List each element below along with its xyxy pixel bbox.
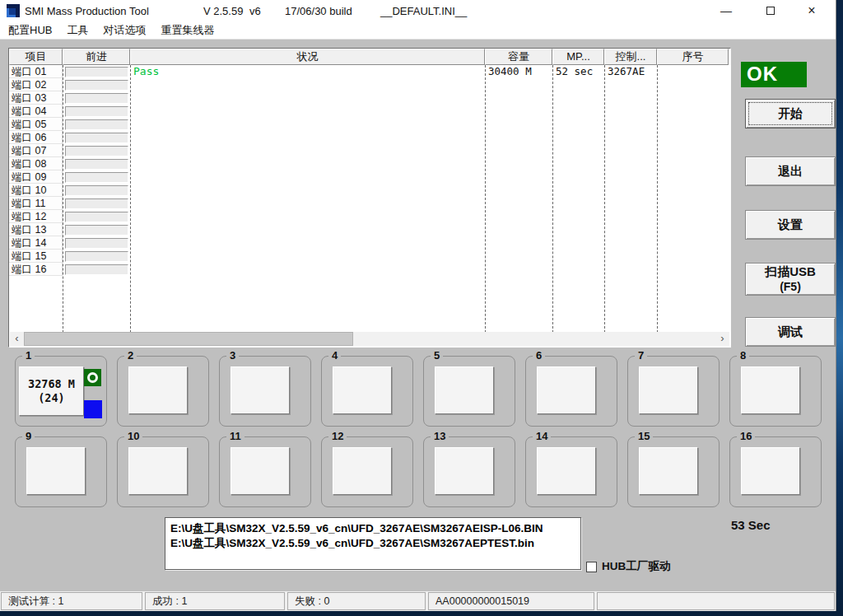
port-name-cell: 端口 14	[9, 236, 63, 250]
titlebar: SMI Mass Production Tool V 2.5.59 v6 17/…	[0, 0, 836, 21]
table-row[interactable]: 端口 12	[9, 210, 730, 223]
serial-cell	[657, 65, 729, 78]
capacity-cell	[485, 91, 552, 105]
maximize-button[interactable]	[752, 0, 789, 21]
table-header: 项目前进状况容量MP...控制...序号	[9, 49, 730, 65]
port-name-cell: 端口 08	[9, 157, 63, 170]
port-slot-number: 4	[328, 349, 341, 362]
hub-factory-driver-option[interactable]: HUB工厂驱动	[586, 559, 670, 574]
table-row[interactable]: 端口 06	[9, 131, 730, 144]
ini-label: __DEFAULT.INI__	[380, 5, 467, 17]
progress-cell	[63, 236, 130, 250]
scroll-thumb[interactable]	[24, 332, 353, 346]
window-title: SMI Mass Production Tool	[25, 5, 149, 17]
port-slot-number: 15	[635, 430, 653, 442]
port-slot-number: 11	[226, 430, 245, 442]
settings-button[interactable]: 设置	[745, 210, 836, 240]
serial-cell	[657, 263, 729, 276]
port-name-cell: 端口 12	[9, 210, 63, 223]
table-row[interactable]: 端口 15	[9, 250, 730, 263]
port-slot-11: 11	[219, 436, 311, 507]
capacity-cell	[485, 184, 552, 197]
controller-cell	[604, 263, 657, 276]
minimize-button[interactable]: —	[707, 0, 745, 21]
status-cell	[130, 91, 485, 105]
table-row[interactable]: 端口 05	[9, 118, 730, 131]
table-row[interactable]: 端口 02	[9, 78, 730, 91]
table-row[interactable]: 端口 08	[9, 157, 730, 170]
device-panel: 32768 M(24)	[19, 366, 84, 416]
scroll-track[interactable]	[24, 332, 715, 346]
column-header-5[interactable]: 控制...	[604, 49, 657, 65]
build-label: 17/06/30 build	[285, 5, 352, 17]
mp-time-cell	[552, 210, 604, 223]
column-header-3[interactable]: 容量	[485, 49, 552, 65]
variant-label: v6	[249, 5, 261, 17]
status-cell	[130, 105, 485, 118]
empty-segment	[597, 592, 835, 610]
port-slot-number: 1	[22, 349, 35, 362]
table-row[interactable]: 端口 09	[9, 170, 730, 184]
menu-item-1[interactable]: 工具	[67, 21, 96, 40]
debug-button[interactable]: 调试	[745, 317, 836, 347]
table-row[interactable]: 端口 07	[9, 144, 730, 157]
table-row[interactable]: 端口 03	[9, 91, 730, 105]
status-cell	[130, 170, 485, 184]
port-slot-number: 3	[226, 349, 239, 362]
progress-cell	[63, 91, 130, 105]
mp-time-cell	[552, 263, 604, 276]
horizontal-scrollbar[interactable]: ‹ ›	[10, 332, 729, 346]
empty-device-panel	[333, 447, 392, 495]
hub-factory-driver-checkbox[interactable]	[586, 562, 597, 572]
start-button[interactable]: 开始	[745, 99, 836, 128]
mp-time-cell	[552, 91, 604, 105]
port-name-cell: 端口 05	[9, 118, 63, 131]
controller-cell	[604, 118, 657, 131]
menu-item-0[interactable]: 配置HUB	[8, 21, 60, 40]
scan-usb-button[interactable]: 扫描USB (F5)	[745, 263, 836, 296]
status-cell	[130, 144, 485, 157]
table-row[interactable]: 端口 14	[9, 236, 730, 250]
progress-bar	[65, 212, 128, 222]
ports-table: 项目前进状况容量MP...控制...序号 端口 01Pass30400 M52 …	[8, 48, 731, 348]
column-header-0[interactable]: 项目	[9, 49, 63, 65]
column-header-4[interactable]: MP...	[552, 49, 604, 65]
port-slot-number: 12	[328, 430, 347, 442]
port-slot-14: 14	[525, 436, 617, 507]
progress-bar	[65, 264, 128, 275]
table-row[interactable]: 端口 13	[9, 223, 730, 236]
device-flash-label: (24)	[38, 391, 65, 405]
scroll-left-icon[interactable]: ‹	[10, 332, 24, 346]
port-slot-number: 6	[533, 349, 545, 362]
status-cell	[130, 223, 485, 236]
port-slot-number: 8	[737, 349, 749, 362]
progress-cell	[63, 197, 130, 210]
column-header-1[interactable]: 前进	[63, 49, 130, 65]
capacity-cell	[485, 170, 552, 184]
capacity-cell	[485, 105, 552, 118]
success-count-segment: 成功 : 1	[145, 592, 285, 610]
controller-cell	[604, 78, 657, 91]
maximize-icon	[766, 7, 775, 15]
menu-item-3[interactable]: 重置集线器	[161, 21, 222, 40]
progress-cell	[63, 144, 130, 157]
port-slot-15: 15	[627, 436, 720, 507]
empty-device-panel	[128, 366, 188, 414]
column-header-6[interactable]: 序号	[657, 49, 729, 65]
column-separator	[485, 65, 486, 333]
capacity-cell	[485, 144, 552, 157]
exit-button[interactable]: 退出	[745, 156, 836, 186]
progress-cell	[63, 105, 130, 118]
table-row[interactable]: 端口 10	[9, 184, 730, 197]
table-row[interactable]: 端口 11	[9, 197, 730, 210]
column-header-2[interactable]: 状况	[130, 49, 485, 65]
table-row[interactable]: 端口 01Pass30400 M52 sec3267AE	[9, 65, 730, 78]
close-button[interactable]: ×	[793, 0, 831, 21]
scroll-right-icon[interactable]: ›	[715, 332, 729, 346]
controller-cell: 3267AE	[604, 65, 657, 78]
column-separator	[552, 65, 553, 333]
table-row[interactable]: 端口 16	[9, 263, 730, 276]
progress-cell	[63, 223, 130, 236]
menu-item-2[interactable]: 对话选项	[103, 21, 154, 40]
table-row[interactable]: 端口 04	[9, 105, 730, 118]
